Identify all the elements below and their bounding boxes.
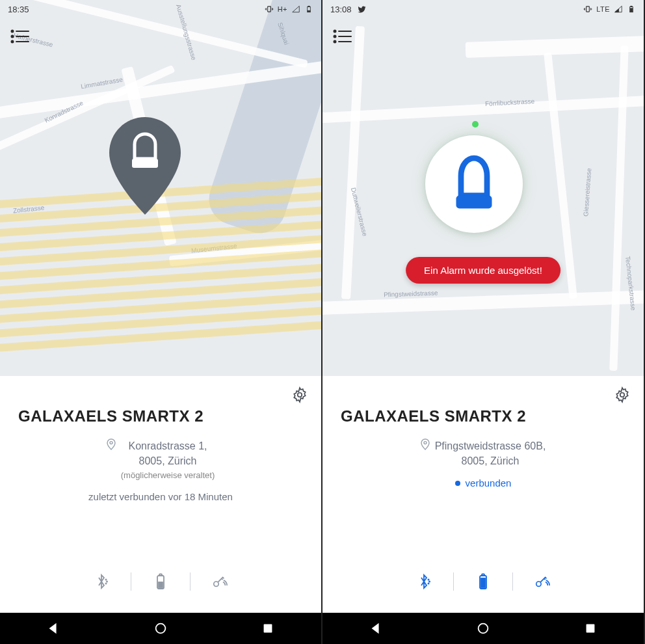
svg-rect-21: [263, 624, 272, 633]
address-line-2: 8005, Zürich: [435, 453, 546, 468]
svg-rect-17: [159, 574, 162, 576]
svg-point-35: [428, 579, 428, 580]
nav-home-button[interactable]: [476, 621, 490, 636]
gear-icon: [291, 386, 308, 403]
svg-rect-40: [481, 578, 485, 587]
status-time: 18:35: [8, 5, 29, 14]
svg-rect-43: [586, 624, 594, 633]
battery-icon: [304, 5, 313, 14]
info-panel: GALAXAELS SMARTX 2 Konradstrasse 1, 8005…: [0, 376, 321, 613]
address-block: Pfingstweidstrasse 60B, 8005, Zürich: [337, 438, 629, 468]
menu-button[interactable]: [333, 29, 352, 47]
svg-point-12: [110, 442, 112, 444]
network-label: LTE: [596, 5, 610, 13]
svg-point-34: [424, 442, 427, 444]
bluetooth-status[interactable]: [72, 573, 131, 590]
device-title: GALAXAELS SMARTX 2: [337, 407, 629, 425]
svg-rect-10: [132, 159, 158, 168]
street-label: Limmatstrasse: [81, 75, 124, 90]
svg-point-8: [12, 41, 14, 43]
network-label: H+: [278, 5, 287, 13]
android-nav-bar: [0, 613, 321, 644]
key-status[interactable]: [191, 573, 249, 590]
twitter-icon: [357, 5, 367, 14]
svg-point-36: [429, 581, 430, 582]
alarm-alert-banner[interactable]: Ein Alarm wurde ausgelöst!: [406, 257, 560, 284]
svg-rect-2: [308, 6, 309, 7]
svg-rect-22: [586, 7, 590, 12]
device-title: GALAXAELS SMARTX 2: [14, 407, 307, 425]
status-indicators: H+: [265, 5, 313, 14]
screen-disconnected: 18:35 H+ Hafnerstrasse Konradstrasse Lim…: [0, 0, 322, 644]
vibrate-icon: [265, 5, 274, 14]
key-signal-icon: [534, 573, 550, 590]
battery-icon: [153, 573, 168, 590]
svg-point-13: [105, 579, 106, 580]
nav-back-button[interactable]: [46, 621, 60, 636]
connection-status-text: verbunden: [466, 477, 512, 489]
bluetooth-icon: [94, 573, 109, 590]
svg-point-15: [105, 583, 106, 584]
connection-status: verbunden: [337, 477, 629, 489]
status-time: 13:08: [330, 5, 352, 14]
status-indicators: LTE: [583, 5, 636, 14]
svg-rect-25: [630, 8, 633, 12]
bluetooth-status[interactable]: [395, 573, 453, 590]
key-status[interactable]: [513, 573, 572, 590]
battery-status[interactable]: [131, 573, 190, 590]
battery-icon: [475, 573, 491, 590]
svg-rect-0: [267, 7, 270, 12]
signal-icon: [291, 5, 300, 14]
android-nav-bar: [322, 613, 644, 644]
nav-home-button[interactable]: [153, 621, 168, 636]
address-line-2: 8005, Zürich: [121, 453, 215, 468]
svg-point-37: [428, 583, 428, 584]
settings-button[interactable]: [614, 386, 631, 403]
vibrate-icon: [583, 5, 592, 14]
svg-point-30: [334, 41, 336, 43]
nav-recent-button[interactable]: [583, 621, 598, 636]
u-lock-icon: [451, 155, 497, 213]
svg-point-11: [298, 393, 302, 397]
connected-dot-icon: [455, 481, 460, 486]
svg-point-33: [620, 393, 625, 397]
nav-recent-button[interactable]: [261, 621, 275, 636]
connection-status: zuletzt verbunden vor 18 Minuten: [14, 491, 307, 502]
key-signal-icon: [212, 573, 228, 590]
svg-point-4: [12, 31, 14, 33]
street-label: Pfingstweidstrasse: [384, 289, 438, 299]
svg-point-14: [107, 581, 107, 582]
battery-icon: [627, 5, 636, 14]
lock-location-marker[interactable]: [109, 117, 181, 215]
street-label: Giessereistrasse: [582, 168, 592, 217]
status-icons-row: [337, 572, 629, 602]
svg-rect-39: [482, 574, 484, 576]
info-panel: GALAXAELS SMARTX 2 Pfingstweidstrasse 60…: [322, 376, 644, 613]
address-line-1: Pfingstweidstrasse 60B,: [435, 438, 546, 453]
screen-connected-alarm: 13:08 LTE Förrlibuckstrasse Duttweilerst…: [322, 0, 645, 644]
svg-point-19: [214, 582, 218, 586]
svg-rect-32: [456, 196, 492, 209]
location-pin-icon: [421, 438, 430, 450]
map-view[interactable]: Förrlibuckstrasse Duttweilerstrasse Gies…: [322, 0, 644, 376]
svg-rect-24: [631, 6, 632, 7]
lock-location-marker[interactable]: [425, 135, 523, 233]
address-hint: (möglicherweise veraltet): [121, 470, 215, 482]
gear-icon: [614, 386, 631, 403]
svg-point-28: [334, 36, 336, 38]
address-block: Konradstrasse 1, 8005, Zürich (möglicher…: [14, 438, 307, 482]
svg-point-6: [12, 36, 14, 38]
nav-back-button[interactable]: [369, 621, 383, 636]
battery-status[interactable]: [454, 573, 512, 590]
location-indicator-dot: [472, 121, 479, 127]
bluetooth-icon: [416, 573, 432, 590]
address-line-1: Konradstrasse 1,: [121, 438, 215, 453]
svg-point-20: [156, 624, 166, 634]
settings-button[interactable]: [291, 386, 308, 403]
status-icons-row: [14, 572, 307, 602]
signal-icon: [614, 5, 623, 14]
status-bar: 13:08 LTE: [322, 0, 644, 18]
map-view[interactable]: Hafnerstrasse Konradstrasse Limmatstrass…: [0, 0, 321, 376]
svg-point-26: [334, 31, 336, 33]
menu-button[interactable]: [10, 29, 30, 47]
